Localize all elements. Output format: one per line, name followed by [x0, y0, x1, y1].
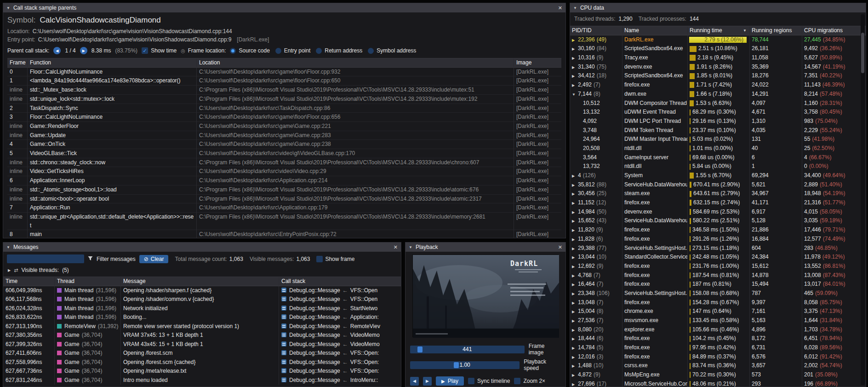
clear-button[interactable]: ⊘ Clear [139, 255, 169, 263]
message-row[interactable]: 627,411,606ns Game(36,704) Opening /fore… [3, 349, 401, 358]
expand-caret-icon[interactable]: ▶ [572, 172, 578, 180]
cpu-row[interactable]: ▶23,348(106) ServiceHub.SettingsHost.exe… [570, 289, 866, 298]
expand-caret-icon[interactable]: ▶ [572, 36, 578, 45]
message-row[interactable]: 606,117,568ns Main thread(31,596) Openin… [3, 295, 401, 304]
filter-input[interactable] [7, 254, 84, 263]
frame-location-radio[interactable]: Entry point [275, 47, 310, 54]
callstack-row[interactable]: inline Game::Update C:\Users\wolf\Deskto… [7, 131, 561, 140]
expand-caret-icon[interactable]: ▶ [572, 190, 578, 198]
callstack-row[interactable]: inline std::atomic<bool>::operator bool … [7, 195, 561, 204]
cpu-row[interactable]: ▶4,872(9) MsMpEng.exe 70.22 ms (0.30%) 5… [570, 370, 866, 380]
close-icon[interactable]: ✕ [394, 244, 398, 250]
frame-location-radio[interactable]: Symbol address [368, 47, 416, 54]
cpu-row[interactable]: ▶10,316(9) Tracy.exe 2.18 s (9.45%) 11,0… [570, 53, 866, 63]
collapse-icon[interactable]: ▼ [409, 245, 412, 249]
cpu-row[interactable]: ▶22,396(49) DarkRL.exe 2.79 s (12.06%) 7… [570, 35, 866, 45]
col-cpu-migrations[interactable]: CPU migrations [802, 26, 866, 35]
visible-threads-row[interactable]: ▶ ⇄ Visible threads: (5) [3, 266, 401, 277]
cpu-row[interactable]: ▶14,984(50) devenv.exe 584.69 ms (2.53%)… [570, 208, 866, 217]
cpu-row[interactable]: ▶8,080(20) explorer.exe 105.66 ms (0.46%… [570, 325, 866, 335]
frame-image-slider[interactable]: 441 [410, 346, 525, 353]
cpu-row[interactable]: ▶27,696(17) Microsoft.ServiceHub.Control… [570, 380, 866, 387]
cpu-row[interactable]: ▶13,044(10) StandardCollector.Service.ex… [570, 253, 866, 262]
cpu-row[interactable]: ▶1,488(10) csrss.exe 83.74 ms (0.36%) 3,… [570, 361, 866, 370]
cpu-row[interactable]: 10,512 DWM Compositor Thread 1.53 s (6.6… [570, 99, 866, 108]
callstack-row[interactable]: inline std::_Mutex_base::lock C:\Program… [7, 86, 561, 95]
cpu-scrollbar[interactable] [861, 14, 865, 385]
cpu-row[interactable]: 24,964 DWM Master Input Thread 5.03 ms (… [570, 135, 866, 144]
cpu-row[interactable]: 13,732 ntdll.dll 5.84 us (0.00%) 1 0(0.0… [570, 162, 866, 171]
cpu-row[interactable]: 4,092 DWM LPC Port Thread 29.16 ms (0.13… [570, 117, 866, 126]
expand-caret-icon[interactable]: ▶ [572, 54, 578, 63]
next-parent-button[interactable]: ▶ [80, 47, 87, 54]
col-running-regions[interactable]: Running regions [750, 26, 802, 35]
close-icon[interactable]: ✕ [558, 5, 562, 11]
prev-parent-button[interactable]: ◀ [53, 47, 61, 54]
callstack-row[interactable]: 4 Game::OnTick C:\Users\wolf\Desktop\dar… [7, 140, 561, 149]
expand-caret-icon[interactable]: ▶ [572, 371, 578, 380]
cpu-row[interactable]: ▶13,048(7) firefox.exe 154.28 ms (0.67%)… [570, 298, 866, 307]
cpu-row[interactable]: ▶15,652(43) ServiceHub.DataWarehouseHost… [570, 216, 866, 225]
expand-caret-icon[interactable]: ▶ [572, 280, 578, 289]
message-row[interactable]: 627,667,736ns Game(36,704) Opening /meta… [3, 367, 401, 376]
callstack-row[interactable]: 6 Application::InnerLoop C:\Users\wolf\D… [7, 176, 561, 185]
callstack-row[interactable]: inline std::chrono::steady_clock::now C:… [7, 158, 561, 168]
cpu-row[interactable]: ▶18,444(6) firefox.exe 104.2 ms (0.45%) … [570, 334, 866, 343]
callstack-row[interactable]: 8 main C:\Users\wolf\Desktop\darkrl\src\… [7, 230, 561, 238]
callstack-row[interactable]: inline std::unique_ptr<Application,std::… [7, 213, 561, 230]
expand-caret-icon[interactable]: ▶ [572, 253, 578, 262]
expand-caret-icon[interactable]: ▶ [572, 317, 578, 325]
close-icon[interactable]: ✕ [558, 244, 562, 250]
cpu-row[interactable]: 3,564 GameInput server 69.68 us (0.00%) … [570, 153, 866, 162]
cpu-row[interactable]: ▶16,464(7) firefox.exe 187 ms (0.81%) 15… [570, 280, 866, 289]
expand-caret-icon[interactable]: ▼ [572, 90, 578, 99]
expand-caret-icon[interactable]: ▶ [572, 63, 578, 72]
next-frame-button[interactable]: ▶ [423, 377, 432, 386]
cpu-row[interactable]: ▶11,820(9) firefox.exe 346.58 ms (1.50%)… [570, 225, 866, 235]
expand-caret-icon[interactable]: ▶ [572, 235, 578, 244]
expand-caret-icon[interactable]: ▶ [572, 289, 578, 298]
col-name[interactable]: Name [622, 26, 688, 35]
callstack-row[interactable]: 7 Application::Run C:\Users\wolf\Desktop… [7, 203, 561, 213]
callstack-row[interactable]: inline std::unique_lock<std::mutex>::loc… [7, 95, 561, 104]
cpu-row[interactable]: ▶12,016(3) firefox.exe 84.89 ms (0.37%) … [570, 352, 866, 362]
callstack-row[interactable]: inline Game::RenderFloor C:\Users\wolf\D… [7, 122, 561, 131]
message-row[interactable]: 626,024,328ns Main thread(31,596) Networ… [3, 304, 401, 313]
show-frame-checkbox[interactable]: Show frame [316, 256, 354, 262]
callstack-row[interactable]: 2 TaskDispatch::Sync C:\Users\wolf\Deskt… [7, 104, 561, 113]
cpu-row[interactable]: 20,508 ntdll.dll 1.01 ms (0.00%) 40 25(6… [570, 144, 866, 153]
callstack-row[interactable]: inline Video::GetTicksHiRes C:\Users\wol… [7, 167, 561, 176]
expand-caret-icon[interactable]: ▶ [572, 199, 578, 208]
cpu-row[interactable]: ▶4,768(7) firefox.exe 187.54 ms (0.81%) … [570, 271, 866, 280]
message-row[interactable]: 627,313,190ns RemoteView(31,392) Remote … [3, 322, 401, 331]
cpu-row[interactable]: 13,132 uDWM Event Thread 68.29 ms (0.30%… [570, 108, 866, 117]
cpu-row[interactable]: ▶34,412(18) ScriptedSandbox64.exe 1.85 s… [570, 71, 866, 81]
expand-caret-icon[interactable]: ▶ [572, 226, 578, 235]
scrollbar-thumb[interactable] [861, 33, 864, 73]
expand-caret-icon[interactable]: ▶ [572, 380, 578, 387]
cpu-row[interactable]: ▶4(126) System 1.55 s (6.70%) 69,294 34,… [570, 171, 866, 180]
callstack-row[interactable]: inline std::_Atomic_storage<bool,1>::loa… [7, 185, 561, 195]
cpu-row[interactable]: 3,748 DWM Token Thread 23.37 ms (0.10%) … [570, 126, 866, 135]
cpu-row[interactable]: ▶11,828(6) firefox.exe 291.26 ms (1.26%)… [570, 235, 866, 244]
expand-caret-icon[interactable]: ▶ [572, 271, 578, 280]
expand-caret-icon[interactable]: ▶ [572, 326, 578, 335]
cpu-row[interactable]: ▼7,144(8) dwm.exe 1.66 s (7.18%) 14,291 … [570, 90, 866, 99]
message-row[interactable]: 627,399,326ns Game(36,704) VRAM 43x45: 1… [3, 340, 401, 349]
cpu-row[interactable]: ▶2,492(7) firefox.exe 1.71 s (7.42%) 24,… [570, 81, 866, 90]
expand-caret-icon[interactable]: ▶ [572, 217, 578, 225]
cpu-row[interactable]: ▶35,812(88) ServiceHub.DataWarehouseHost… [570, 180, 866, 190]
expand-caret-icon[interactable]: ▶ [572, 81, 578, 90]
message-row[interactable]: 626,833,622ns Main thread(31,596) Bootin… [3, 313, 401, 322]
col-running-time[interactable]: Running time▼ [688, 26, 750, 35]
expand-caret-icon[interactable]: ▶ [572, 244, 578, 253]
prev-frame-button[interactable]: ◀ [410, 377, 419, 386]
expand-caret-icon[interactable]: ▶ [572, 72, 578, 81]
show-time-checkbox[interactable]: ✓ Show time [142, 47, 177, 54]
cpu-row[interactable]: ▶12,692(9) firefox.exe 231.76 ms (1.00%)… [570, 262, 866, 271]
expand-caret-icon[interactable]: ▶ [572, 262, 578, 271]
play-button[interactable]: ▶ Play [436, 376, 464, 386]
expand-caret-icon[interactable]: ▶ [572, 353, 578, 362]
collapse-icon[interactable]: ▼ [6, 6, 10, 10]
sync-timeline-checkbox[interactable]: Sync timeline [468, 378, 510, 384]
